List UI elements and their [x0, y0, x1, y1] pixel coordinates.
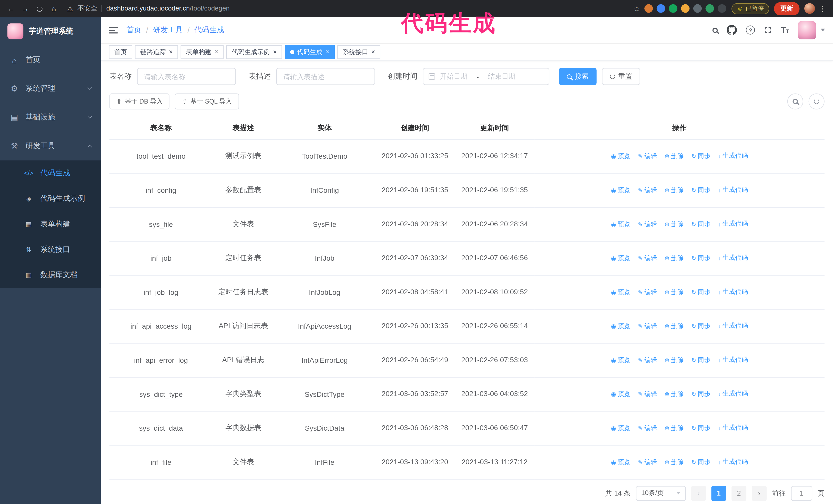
- sync-link[interactable]: ↻同步: [691, 288, 711, 296]
- browser-profile-avatar[interactable]: [804, 3, 815, 14]
- tab-1[interactable]: 链路追踪×: [135, 45, 178, 59]
- tab-3[interactable]: 代码生成示例×: [226, 45, 282, 59]
- address-bar[interactable]: ⚠ 不安全 dashboard.yudao.iocoder.cn/tool/co…: [67, 4, 629, 13]
- sidebar-item-3[interactable]: ⚒研发工具: [0, 132, 101, 161]
- extension-green-check-icon[interactable]: [669, 4, 677, 13]
- preview-link[interactable]: ◉预览: [611, 322, 630, 331]
- extension-leaf-icon[interactable]: [706, 4, 714, 13]
- edit-link[interactable]: ✎编辑: [638, 186, 657, 195]
- delete-link[interactable]: ⊗删除: [665, 322, 684, 331]
- extension-dark-puzzle-icon[interactable]: [718, 4, 727, 13]
- delete-link[interactable]: ⊗删除: [665, 152, 684, 161]
- delete-link[interactable]: ⊗删除: [665, 458, 684, 466]
- delete-link[interactable]: ⊗删除: [665, 254, 684, 263]
- preview-link[interactable]: ◉预览: [611, 220, 630, 229]
- preview-link[interactable]: ◉预览: [611, 424, 630, 433]
- generate-code-link[interactable]: ↓生成代码: [718, 254, 748, 263]
- generate-code-link[interactable]: ↓生成代码: [718, 219, 748, 229]
- sync-link[interactable]: ↻同步: [691, 356, 711, 365]
- tab-5[interactable]: 系统接口×: [337, 45, 380, 59]
- edit-link[interactable]: ✎编辑: [638, 288, 657, 296]
- close-tab-icon[interactable]: ×: [326, 49, 330, 55]
- preview-link[interactable]: ◉预览: [611, 254, 630, 263]
- github-icon[interactable]: [727, 25, 737, 35]
- delete-link[interactable]: ⊗删除: [665, 288, 684, 296]
- date-range-picker[interactable]: 开始日期 - 结束日期: [423, 68, 549, 85]
- tab-2[interactable]: 表单构建×: [181, 45, 224, 59]
- reset-button[interactable]: 重置: [602, 68, 640, 85]
- refresh-table-button[interactable]: [809, 94, 825, 110]
- edit-link[interactable]: ✎编辑: [638, 424, 657, 433]
- sidebar-subitem-2[interactable]: ▦表单构建: [0, 212, 101, 237]
- browser-reload-button[interactable]: [33, 2, 46, 15]
- edit-link[interactable]: ✎编辑: [638, 458, 657, 466]
- edit-link[interactable]: ✎编辑: [638, 356, 657, 365]
- prev-page-button[interactable]: ‹: [691, 486, 706, 501]
- extension-yellow-icon[interactable]: [681, 4, 690, 13]
- generate-code-link[interactable]: ↓生成代码: [718, 287, 748, 296]
- breadcrumb-item-2[interactable]: 代码生成: [194, 25, 224, 34]
- page-button-2[interactable]: 2: [732, 486, 746, 501]
- delete-link[interactable]: ⊗删除: [665, 356, 684, 365]
- preview-link[interactable]: ◉预览: [611, 152, 630, 161]
- close-tab-icon[interactable]: ×: [169, 49, 173, 55]
- import-sql-button[interactable]: ⇧ 基于 SQL 导入: [175, 94, 239, 110]
- close-tab-icon[interactable]: ×: [273, 49, 277, 55]
- generate-code-link[interactable]: ↓生成代码: [718, 186, 748, 195]
- paused-badge[interactable]: ☺ 已暂停: [732, 3, 769, 14]
- sidebar-item-0[interactable]: ⌂首页: [0, 46, 101, 74]
- sidebar-subitem-3[interactable]: ⇅系统接口: [0, 237, 101, 262]
- delete-link[interactable]: ⊗删除: [665, 424, 684, 433]
- user-avatar[interactable]: [798, 21, 816, 39]
- tab-0[interactable]: 首页: [109, 45, 132, 59]
- close-tab-icon[interactable]: ×: [215, 49, 218, 55]
- generate-code-link[interactable]: ↓生成代码: [718, 424, 748, 432]
- delete-link[interactable]: ⊗删除: [665, 220, 684, 229]
- search-icon[interactable]: [713, 27, 718, 33]
- font-size-icon[interactable]: TT: [781, 25, 789, 34]
- sync-link[interactable]: ↻同步: [691, 458, 711, 466]
- delete-link[interactable]: ⊗删除: [665, 186, 684, 195]
- edit-link[interactable]: ✎编辑: [638, 220, 657, 229]
- preview-link[interactable]: ◉预览: [611, 390, 630, 399]
- edit-link[interactable]: ✎编辑: [638, 152, 657, 161]
- close-tab-icon[interactable]: ×: [372, 49, 375, 55]
- sync-link[interactable]: ↻同步: [691, 390, 711, 399]
- sidebar-subitem-0[interactable]: </>代码生成: [0, 161, 101, 186]
- generate-code-link[interactable]: ↓生成代码: [718, 457, 748, 466]
- import-db-button[interactable]: ⇧ 基于 DB 导入: [110, 94, 170, 110]
- sync-link[interactable]: ↻同步: [691, 254, 711, 263]
- update-button[interactable]: 更新: [774, 2, 800, 15]
- table-desc-input[interactable]: [276, 68, 375, 85]
- generate-code-link[interactable]: ↓生成代码: [718, 151, 748, 161]
- browser-menu-icon[interactable]: ⋮: [816, 4, 829, 13]
- next-page-button[interactable]: ›: [752, 486, 767, 501]
- sync-link[interactable]: ↻同步: [691, 186, 711, 195]
- bookmark-star-icon[interactable]: ☆: [634, 4, 640, 13]
- toggle-search-button[interactable]: [787, 94, 803, 110]
- browser-forward-button[interactable]: →: [19, 2, 32, 15]
- preview-link[interactable]: ◉预览: [611, 458, 630, 466]
- goto-page-input[interactable]: [791, 486, 812, 501]
- extension-orange-icon[interactable]: [645, 4, 653, 13]
- sync-link[interactable]: ↻同步: [691, 152, 711, 161]
- caret-down-icon[interactable]: [821, 29, 825, 31]
- generate-code-link[interactable]: ↓生成代码: [718, 389, 748, 399]
- generate-code-link[interactable]: ↓生成代码: [718, 355, 748, 364]
- table-name-input[interactable]: [137, 68, 236, 85]
- sidebar-item-2[interactable]: ▤基础设施: [0, 103, 101, 132]
- extension-blue-icon[interactable]: [657, 4, 665, 13]
- extension-gray-icon[interactable]: [693, 4, 702, 13]
- breadcrumb-item-0[interactable]: 首页: [126, 25, 141, 34]
- page-size-select[interactable]: 10条/页: [636, 486, 686, 501]
- sidebar-item-1[interactable]: ⚙系统管理: [0, 74, 101, 103]
- delete-link[interactable]: ⊗删除: [665, 390, 684, 399]
- help-icon[interactable]: ?: [746, 25, 755, 34]
- tab-4[interactable]: 代码生成×: [285, 45, 335, 59]
- edit-link[interactable]: ✎编辑: [638, 322, 657, 331]
- browser-back-button[interactable]: ←: [4, 2, 18, 15]
- edit-link[interactable]: ✎编辑: [638, 254, 657, 263]
- sync-link[interactable]: ↻同步: [691, 220, 711, 229]
- sidebar-subitem-4[interactable]: ▥数据库文档: [0, 262, 101, 288]
- hamburger-icon[interactable]: [109, 27, 118, 33]
